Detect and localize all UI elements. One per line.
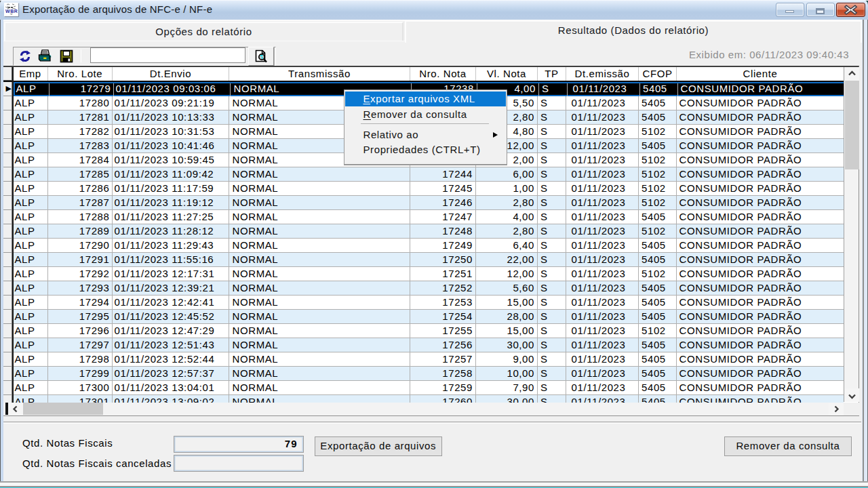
svg-text:WBR: WBR <box>5 9 18 14</box>
